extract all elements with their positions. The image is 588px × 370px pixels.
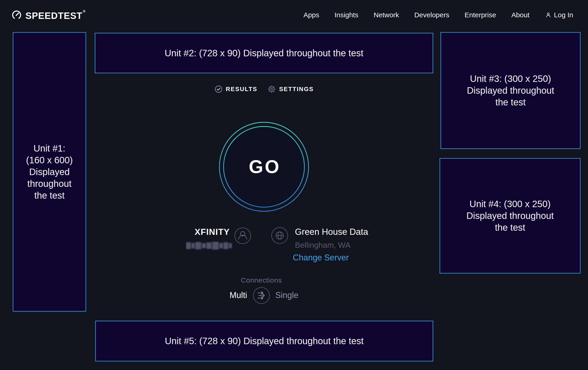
ad-text-line: the test [495,96,526,108]
login-button[interactable]: Log In [545,11,573,19]
tab-settings[interactable]: SETTINGS [267,85,314,93]
ad-unit-1[interactable]: Unit #1: (160 x 600) Displayed throughou… [13,32,86,312]
ad-unit-4[interactable]: Unit #4: (300 x 250) Displayed throughou… [440,158,581,274]
check-circle-icon [214,85,223,93]
nav-item-about[interactable]: About [511,11,529,19]
logo-text: SPEEDTEST® [25,9,86,21]
nav-item-apps[interactable]: Apps [304,11,319,19]
connections-label: Connections [238,276,284,284]
speedometer-icon [11,10,22,20]
trademark-symbol: ® [83,9,86,13]
ad-text-line: Unit #3: (300 x 250) [470,73,551,85]
speedtest-page: { "colors": { "page_bg": "#11131d", "ad_… [0,0,588,370]
login-label: Log In [554,11,573,19]
ad-text-line: Unit #1: [33,142,65,154]
isp-user-icon [234,227,251,244]
go-button[interactable]: GO [219,121,309,212]
isp-name: XFINITY [176,227,230,237]
ad-text-line: Displayed throughout [467,85,554,96]
ad-unit-5[interactable]: Unit #5: (728 x 90) Displayed throughout… [95,321,433,361]
ad-unit-2[interactable]: Unit #2: (728 x 90) Displayed throughout… [95,33,433,73]
tab-results[interactable]: RESULTS [214,85,258,93]
ad-text-line: Displayed [29,166,70,178]
connections-multi-option[interactable]: Multi [212,290,247,300]
ad-text-line: throughout [27,178,71,190]
nav-item-developers[interactable]: Developers [414,11,450,19]
change-server-link[interactable]: Change Server [293,253,349,262]
nav-item-enterprise[interactable]: Enterprise [464,11,496,19]
nav-item-insights[interactable]: Insights [335,11,358,19]
ad-text-line: Unit #5: (728 x 90) Displayed throughout… [165,335,364,347]
speedtest-logo[interactable]: SPEEDTEST® [11,9,86,21]
ad-text-line: Displayed throughout [466,210,554,222]
ad-text-line: Unit #4: (300 x 250) [470,198,551,210]
ad-text-line: the test [495,222,525,233]
ad-text-line: (160 x 600) [26,154,73,166]
connections-single-option[interactable]: Single [275,290,298,300]
server-globe-icon [271,227,288,244]
redacted-ip-address [186,241,232,250]
go-button-label: GO [219,121,309,212]
tab-settings-label: SETTINGS [279,86,314,93]
main-nav: Apps Insights Network Developers Enterpr… [304,11,573,19]
gear-icon [267,85,276,93]
tab-results-label: RESULTS [226,86,258,93]
top-nav-bar: SPEEDTEST® Apps Insights Network Develop… [0,0,588,30]
server-location: Bellingham, WA [295,240,351,250]
nav-item-network[interactable]: Network [374,11,399,19]
ad-text-line: the test [34,190,64,201]
user-icon [545,11,552,19]
ad-unit-3[interactable]: Unit #3: (300 x 250) Displayed throughou… [441,32,581,149]
ad-text-line: Unit #2: (728 x 90) Displayed throughout… [165,47,364,59]
tabs-bar: RESULTS SETTINGS [95,83,433,95]
connections-toggle-icon[interactable] [253,287,270,304]
server-name: Green House Data [295,227,368,237]
